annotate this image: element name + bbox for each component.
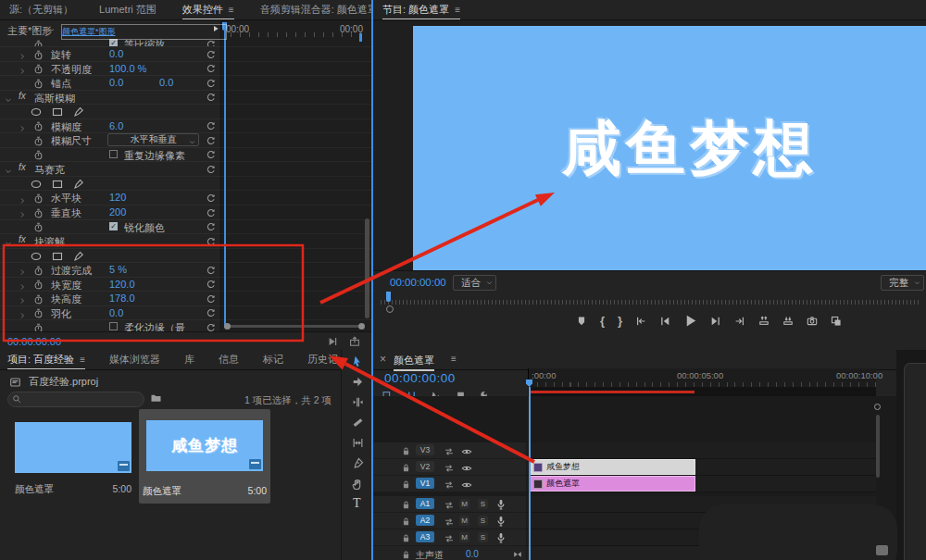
checkbox[interactable]: ✓	[109, 222, 118, 230]
program-playhead[interactable]	[386, 292, 391, 302]
track-lock-icon[interactable]	[401, 479, 411, 490]
effect-param-row[interactable]: 块高度178.0	[0, 292, 371, 306]
timeline-clip[interactable]: 咸鱼梦想	[530, 459, 695, 475]
zoom-level-select[interactable]: 适合	[453, 275, 496, 291]
ellipse-mask-tool-icon[interactable]	[31, 251, 42, 262]
reset-parameter-icon[interactable]	[206, 237, 216, 247]
checkbox[interactable]: ✓	[109, 39, 118, 47]
compare-view-icon[interactable]	[831, 316, 842, 327]
timeline-ruler[interactable]: :00:00 00:00:05:00 00:00:10:00	[528, 368, 876, 387]
pen-mask-tool-icon[interactable]	[73, 251, 84, 262]
reset-parameter-icon[interactable]	[206, 40, 216, 47]
effect-param-row[interactable]	[0, 105, 371, 119]
program-timecode[interactable]: 00:00:00:00	[390, 277, 446, 288]
timeline-vertical-scrollbar[interactable]	[876, 415, 880, 478]
param-value[interactable]: 120.0	[109, 279, 135, 290]
toggle-animation-icon[interactable]	[33, 40, 44, 47]
reset-parameter-icon[interactable]	[206, 79, 216, 89]
rect-mask-tool-icon[interactable]	[52, 179, 63, 190]
project-item-thumbnail[interactable]	[15, 422, 131, 473]
clip-name-link[interactable]: 颜色遮罩*图形	[61, 24, 227, 40]
project-area-tab-5[interactable]: 历史记	[307, 353, 338, 367]
track-lock-icon[interactable]	[401, 516, 411, 527]
track-lock-icon[interactable]	[401, 533, 411, 543]
program-video-preview[interactable]: 咸鱼梦想	[413, 26, 926, 270]
track-lock-icon[interactable]	[401, 463, 411, 473]
new-bin-folder-icon[interactable]	[150, 392, 162, 404]
panel-menu-icon[interactable]: ≡	[80, 355, 85, 365]
effect-param-row[interactable]: fx块溶解	[0, 234, 371, 249]
solo-button[interactable]: S	[478, 516, 488, 526]
export-frame-icon[interactable]	[807, 316, 818, 327]
export-frame-icon[interactable]	[349, 336, 360, 347]
effect-param-row[interactable]	[0, 177, 371, 192]
program-scroll-knob[interactable]	[386, 305, 394, 313]
track-select-forward-tool[interactable]	[352, 376, 364, 388]
project-item[interactable]: 颜色遮罩5:00	[11, 415, 135, 502]
toggle-animation-icon[interactable]	[33, 64, 44, 74]
effect-param-row[interactable]: ✓锐化颜色	[0, 220, 371, 235]
param-value[interactable]: 0.0	[159, 77, 173, 88]
reset-parameter-icon[interactable]	[206, 193, 216, 204]
effect-param-row[interactable]: 重复边缘像素	[0, 148, 371, 163]
effect-param-row[interactable]	[0, 249, 371, 264]
effect-param-row[interactable]: 羽化0.0	[0, 306, 371, 321]
tab-sequence[interactable]: 颜色遮罩	[394, 354, 434, 367]
slip-tool[interactable]	[352, 437, 364, 449]
effect-area-tab-3[interactable]: 音频剪辑混合器: 颜色遮罩	[260, 3, 371, 17]
pen-tool[interactable]	[352, 457, 364, 469]
reset-parameter-icon[interactable]	[206, 294, 216, 305]
sync-lock-icon[interactable]	[444, 463, 455, 474]
reset-parameter-icon[interactable]	[206, 165, 216, 175]
program-mini-ruler[interactable]	[381, 294, 919, 305]
voiceover-record-icon[interactable]	[495, 516, 507, 527]
mute-button[interactable]: M	[459, 516, 469, 526]
master-gain-value[interactable]: 0.0	[466, 549, 479, 559]
fx-playhead-line[interactable]	[224, 22, 226, 328]
effect-param-row[interactable]: 旋转0.0	[0, 47, 371, 62]
effect-param-row[interactable]: 块宽度120.0	[0, 278, 371, 292]
reset-parameter-icon[interactable]	[206, 266, 216, 276]
expand-parameter-icon[interactable]	[19, 53, 26, 60]
effect-param-row[interactable]: 垂直块200	[0, 205, 371, 220]
track-target-V1[interactable]: V1	[416, 478, 434, 489]
project-item-name[interactable]: 颜色遮罩	[143, 485, 181, 498]
voiceover-record-icon[interactable]	[495, 532, 507, 543]
expand-parameter-icon[interactable]	[19, 283, 26, 291]
toggle-animation-icon[interactable]	[33, 193, 44, 204]
extract-icon[interactable]	[782, 316, 794, 327]
toggle-animation-icon[interactable]	[33, 266, 44, 276]
checkbox[interactable]	[109, 150, 118, 158]
reset-parameter-icon[interactable]	[206, 150, 216, 160]
project-item[interactable]: 咸鱼梦想 颜色遮罩5:00	[139, 409, 270, 504]
track-lock-icon[interactable]	[401, 446, 411, 456]
effect-param-row[interactable]: 过渡完成5 %	[0, 263, 371, 278]
reset-parameter-icon[interactable]	[206, 121, 216, 131]
track-output-toggle-icon[interactable]	[461, 446, 472, 457]
sync-lock-icon[interactable]	[444, 446, 455, 457]
effect-area-tab-0[interactable]: 源:（无剪辑）	[9, 3, 73, 17]
razor-tool[interactable]	[352, 417, 364, 429]
pen-mask-tool-icon[interactable]	[73, 106, 84, 118]
effect-area-tab-2[interactable]: 效果控件≡	[182, 3, 234, 17]
toggle-animation-icon[interactable]	[33, 136, 44, 146]
track-target-V3[interactable]: V3	[416, 444, 434, 455]
expand-parameter-icon[interactable]	[19, 125, 26, 132]
sync-lock-icon[interactable]	[444, 533, 455, 544]
collapse-effect-icon[interactable]	[5, 168, 12, 175]
go-to-out-icon[interactable]	[734, 316, 745, 327]
lift-icon[interactable]	[758, 316, 770, 327]
project-file-row[interactable]: 百度经验.prproj	[9, 375, 98, 389]
reset-parameter-icon[interactable]	[206, 136, 216, 146]
expand-parameter-icon[interactable]	[19, 197, 26, 205]
ellipse-mask-tool-icon[interactable]	[31, 179, 42, 190]
reset-parameter-icon[interactable]	[206, 93, 216, 103]
track-content[interactable]	[527, 442, 876, 459]
rect-mask-tool-icon[interactable]	[52, 251, 63, 262]
toggle-animation-icon[interactable]	[33, 208, 44, 218]
mute-button[interactable]: M	[459, 532, 469, 542]
play-icon[interactable]	[683, 314, 697, 328]
effect-param-row[interactable]: 锚点0.00.0	[0, 76, 371, 91]
close-icon[interactable]: ×	[380, 353, 386, 366]
mute-button[interactable]: M	[459, 499, 469, 509]
